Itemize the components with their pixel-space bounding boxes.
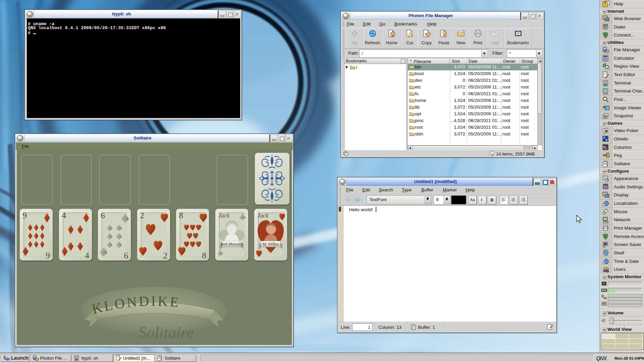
svg-text:4: 4 — [85, 251, 89, 260]
svg-text:2: 2 — [140, 210, 144, 220]
svg-text:M. Wilkes: M. Wilkes — [262, 242, 279, 246]
svg-text:2: 2 — [163, 251, 167, 260]
svg-text:6: 6 — [124, 251, 128, 260]
svg-text:6: 6 — [101, 210, 105, 220]
svg-text:8: 8 — [179, 210, 183, 220]
svg-text:4: 4 — [62, 210, 66, 220]
svg-text:?: ? — [604, 2, 606, 6]
svg-text:AB: AB — [604, 90, 607, 92]
svg-text:Jack: Jack — [218, 212, 230, 219]
svg-text:8: 8 — [202, 251, 206, 260]
svg-text:Jack: Jack — [257, 212, 269, 219]
svg-text:9: 9 — [46, 251, 50, 260]
svg-text:Solitaire: Solitaire — [139, 323, 194, 341]
svg-text:Bob Metcalfe: Bob Metcalfe — [220, 242, 243, 246]
svg-text:QNX: QNX — [596, 355, 607, 361]
svg-text:9: 9 — [22, 210, 27, 220]
